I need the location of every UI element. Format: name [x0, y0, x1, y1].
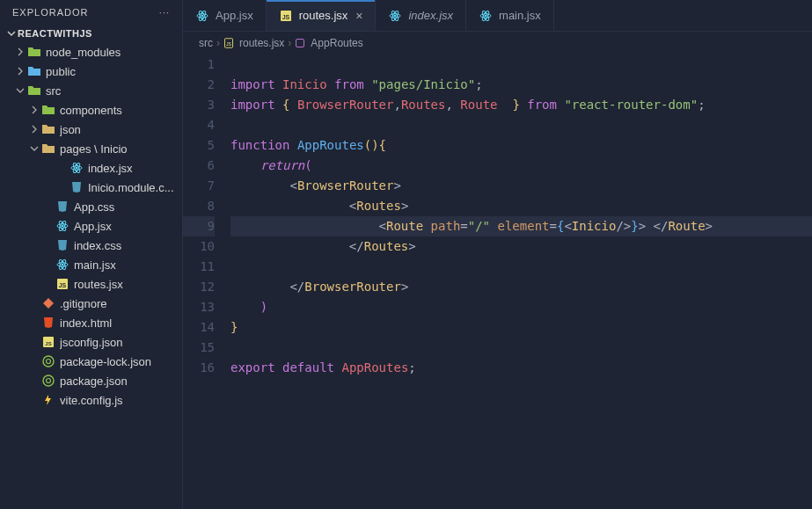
- chevron-down-icon: [5, 29, 18, 38]
- folder-item[interactable]: src: [0, 81, 182, 100]
- folder-item[interactable]: components: [0, 100, 182, 120]
- code-line[interactable]: <Routes>: [230, 196, 812, 216]
- code-line[interactable]: </BrowserRouter>: [230, 277, 812, 297]
- file-item[interactable]: JSroutes.jsx: [0, 274, 182, 294]
- editor-tab[interactable]: index.jsx: [376, 0, 466, 31]
- code-line[interactable]: ): [230, 297, 812, 317]
- close-icon[interactable]: ×: [355, 9, 362, 23]
- json-icon: [40, 374, 56, 388]
- tree-item-label: Inicio.module.c...: [88, 181, 174, 194]
- editor-tabs: App.jsxJSroutes.jsx×index.jsxmain.jsx: [183, 0, 812, 32]
- tree-item-label: vite.config.js: [60, 394, 123, 407]
- chevron-right-icon: [28, 125, 40, 134]
- editor-main: App.jsxJSroutes.jsx×index.jsxmain.jsx sr…: [183, 0, 812, 509]
- svg-text:JS: JS: [226, 41, 232, 47]
- breadcrumb-item[interactable]: routes.jsx: [239, 37, 284, 49]
- code-line[interactable]: <Route path="/" element={<Inicio/>}> </R…: [230, 216, 812, 236]
- file-item[interactable]: package.json: [0, 371, 182, 390]
- line-gutter: 12345678910111213141516: [183, 55, 230, 509]
- folder-yellow-icon: [40, 142, 56, 156]
- more-icon[interactable]: ···: [159, 7, 170, 18]
- tree-item-label: node_modules: [46, 46, 121, 59]
- code-editor[interactable]: 12345678910111213141516 import Inicio fr…: [183, 55, 812, 509]
- file-item[interactable]: JSjsconfig.json: [0, 332, 182, 352]
- breadcrumb: src › JS routes.jsx › AppRoutes: [183, 32, 812, 55]
- folder-item[interactable]: public: [0, 62, 182, 81]
- chevron-right-icon: [14, 47, 26, 56]
- tree-item-label: index.html: [60, 316, 112, 330]
- code-line[interactable]: <BrowserRouter>: [230, 176, 812, 196]
- folder-yellow-icon: [40, 122, 56, 136]
- file-item[interactable]: index.html: [0, 313, 182, 332]
- file-item[interactable]: index.css: [0, 236, 182, 255]
- tree-item-label: App.css: [74, 200, 114, 214]
- chevron-right-icon: [28, 105, 40, 114]
- react-icon: [479, 9, 493, 23]
- project-header[interactable]: REACTWITHJS: [0, 25, 182, 42]
- file-item[interactable]: .gitignore: [0, 294, 182, 313]
- folder-green-icon: [26, 84, 42, 98]
- react-icon: [55, 258, 70, 272]
- tree-item-label: main.jsx: [74, 258, 116, 272]
- line-number: 5: [183, 135, 215, 156]
- svg-point-19: [47, 379, 51, 383]
- line-number: 1: [183, 55, 215, 75]
- json-js-icon: JS: [40, 335, 56, 349]
- svg-text:JS: JS: [45, 341, 51, 346]
- line-number: 6: [183, 156, 215, 176]
- line-number: 15: [183, 338, 215, 358]
- code-line[interactable]: [230, 338, 812, 358]
- editor-tab[interactable]: App.jsx: [183, 0, 267, 31]
- svg-point-0: [76, 167, 78, 170]
- file-item[interactable]: main.jsx: [0, 255, 182, 274]
- file-item[interactable]: package-lock.json: [0, 352, 182, 371]
- file-item[interactable]: App.css: [0, 197, 182, 216]
- file-item[interactable]: index.jsx: [0, 158, 182, 178]
- svg-point-26: [394, 14, 397, 17]
- code-line[interactable]: import Inicio from "pages/Inicio";: [230, 75, 812, 95]
- code-line[interactable]: [230, 115, 812, 135]
- folder-green-icon: [40, 103, 56, 117]
- tab-label: App.jsx: [216, 9, 253, 22]
- react-icon: [55, 219, 70, 233]
- svg-text:JS: JS: [59, 282, 67, 288]
- breadcrumb-item[interactable]: src: [199, 37, 213, 49]
- css-icon: [69, 180, 84, 194]
- explorer-header: EXPLORADOR ···: [0, 0, 182, 25]
- code-line[interactable]: import { BrowserRouter,Routes, Route } f…: [230, 95, 812, 115]
- folder-item[interactable]: pages \ Inicio: [0, 139, 182, 158]
- react-icon: [388, 9, 402, 23]
- tab-label: main.jsx: [499, 9, 541, 22]
- file-item[interactable]: vite.config.js: [0, 390, 182, 410]
- code-line[interactable]: }: [230, 317, 812, 338]
- svg-point-17: [47, 360, 51, 364]
- tree-item-label: components: [60, 104, 122, 117]
- explorer-title: EXPLORADOR: [12, 7, 88, 18]
- code-line[interactable]: export default AppRoutes;: [230, 358, 812, 378]
- svg-point-30: [485, 14, 487, 17]
- file-item[interactable]: Inicio.module.c...: [0, 178, 182, 197]
- css-icon: [55, 200, 70, 214]
- code-line[interactable]: function AppRoutes(){: [230, 135, 812, 156]
- folder-green-icon: [26, 45, 42, 59]
- code-line[interactable]: [230, 257, 812, 277]
- svg-point-8: [62, 264, 64, 266]
- folder-blue-icon: [26, 64, 42, 78]
- code-content[interactable]: import Inicio from "pages/Inicio";import…: [230, 55, 812, 509]
- breadcrumb-item[interactable]: AppRoutes: [311, 37, 362, 49]
- folder-item[interactable]: node_modules: [0, 42, 182, 62]
- svg-text:JS: JS: [282, 14, 289, 20]
- line-number: 7: [183, 176, 215, 196]
- editor-tab[interactable]: main.jsx: [466, 0, 554, 31]
- code-line[interactable]: [230, 55, 812, 75]
- js-file-icon: JS: [223, 38, 234, 48]
- file-tree: node_modulespublicsrccomponentsjsonpages…: [0, 42, 182, 509]
- html-icon: [40, 316, 56, 330]
- code-line[interactable]: </Routes>: [230, 236, 812, 257]
- editor-tab[interactable]: JSroutes.jsx×: [267, 0, 377, 31]
- react-icon: [69, 161, 84, 175]
- code-line[interactable]: return(: [230, 156, 812, 176]
- tree-item-label: App.jsx: [74, 220, 112, 233]
- folder-item[interactable]: json: [0, 120, 182, 139]
- file-item[interactable]: App.jsx: [0, 216, 182, 236]
